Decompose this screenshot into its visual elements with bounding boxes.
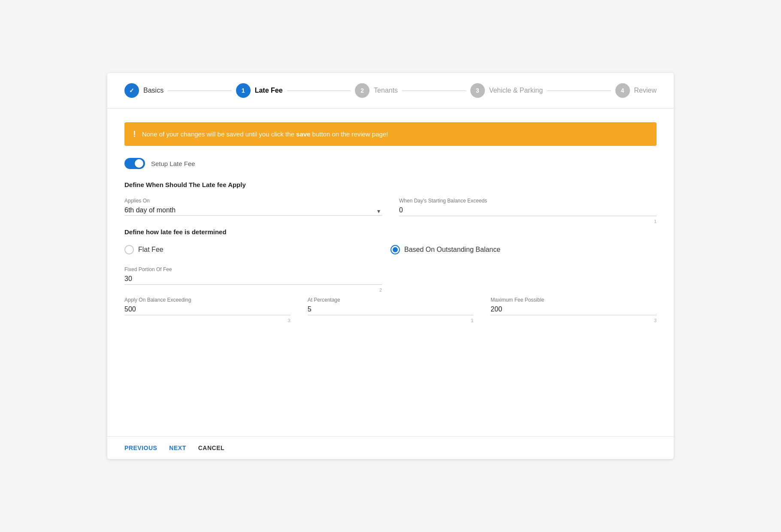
- at-percentage-input[interactable]: [308, 305, 474, 315]
- max-fee-label: Maximum Fee Possible: [490, 297, 657, 303]
- step-tenants: 2 Tenants: [355, 83, 398, 98]
- section2-title: Define how late fee is determined: [124, 228, 657, 236]
- step-late-fee: 1 Late Fee: [236, 83, 283, 98]
- fixed-portion-placeholder: [399, 266, 657, 285]
- step-vehicle-label: Vehicle & Parking: [489, 87, 543, 94]
- at-percentage-label: At Percentage: [308, 297, 474, 303]
- main-card: ✓ Basics 1 Late Fee 2 Tenants 3 Vehicle …: [107, 73, 674, 459]
- balance-exceeds-hint: 1: [654, 219, 657, 224]
- warning-text-before: None of your changes will be saved until…: [142, 130, 296, 138]
- step-late-fee-circle: 1: [236, 83, 251, 98]
- step-connector-3: [402, 91, 466, 91]
- radio-flat-fee[interactable]: Flat Fee: [124, 245, 390, 254]
- toggle-label: Setup Late Fee: [151, 160, 195, 167]
- max-fee-hint: 3: [654, 318, 657, 323]
- fixed-portion-label: Fixed Portion Of Fee: [124, 266, 382, 272]
- section1-title: Define When Should The Late fee Apply: [124, 181, 657, 188]
- step-connector-1: [168, 91, 232, 91]
- bottom-fields-row: Apply On Balance Exceeding 3 At Percenta…: [124, 297, 657, 315]
- footer: PREVIOUS NEXT CANCEL: [107, 436, 674, 459]
- apply-balance-label: Apply On Balance Exceeding: [124, 297, 291, 303]
- setup-late-fee-toggle-row: Setup Late Fee: [124, 158, 657, 169]
- next-button[interactable]: NEXT: [169, 444, 186, 451]
- at-percentage-field: At Percentage 1: [308, 297, 474, 315]
- step-tenants-label: Tenants: [374, 87, 398, 94]
- step-basics: ✓ Basics: [124, 83, 163, 98]
- applies-on-label: Applies On: [124, 198, 382, 204]
- radio-based-on-balance[interactable]: Based On Outstanding Balance: [390, 245, 657, 254]
- step-basics-label: Basics: [143, 87, 163, 94]
- balance-exceeds-field: When Day's Starting Balance Exceeds 1: [399, 198, 657, 216]
- cancel-button[interactable]: CANCEL: [198, 444, 224, 451]
- section1-form-row: Applies On 6th day of month ▾ When Day's…: [124, 198, 657, 216]
- max-fee-input[interactable]: [490, 305, 657, 315]
- step-tenants-circle: 2: [355, 83, 369, 98]
- balance-exceeds-input[interactable]: [399, 206, 657, 216]
- radio-balance-circle: [390, 245, 400, 254]
- step-connector-2: [287, 91, 351, 91]
- radio-flat-fee-label: Flat Fee: [138, 246, 163, 254]
- stepper: ✓ Basics 1 Late Fee 2 Tenants 3 Vehicle …: [107, 73, 674, 109]
- radio-balance-dot: [393, 247, 398, 252]
- fixed-portion-input[interactable]: [124, 275, 382, 285]
- radio-balance-label: Based On Outstanding Balance: [404, 246, 500, 254]
- step-vehicle-circle: 3: [470, 83, 485, 98]
- radio-row: Flat Fee Based On Outstanding Balance: [124, 245, 657, 254]
- applies-on-select-wrapper: 6th day of month ▾: [124, 206, 382, 216]
- applies-on-field: Applies On 6th day of month ▾: [124, 198, 382, 216]
- toggle-track: [124, 158, 145, 169]
- warning-text-after: button on the review page!: [310, 130, 388, 138]
- step-review-label: Review: [634, 87, 657, 94]
- step-vehicle-parking: 3 Vehicle & Parking: [470, 83, 543, 98]
- applies-on-select[interactable]: 6th day of month: [124, 206, 382, 216]
- step-connector-4: [547, 91, 611, 91]
- max-fee-field: Maximum Fee Possible 3: [490, 297, 657, 315]
- apply-balance-hint: 3: [288, 318, 291, 323]
- warning-icon: !: [133, 129, 136, 139]
- fixed-portion-field: Fixed Portion Of Fee 2: [124, 266, 382, 285]
- warning-text: None of your changes will be saved until…: [142, 130, 388, 138]
- balance-exceeds-label: When Day's Starting Balance Exceeds: [399, 198, 657, 204]
- warning-text-bold: save: [296, 130, 310, 138]
- step-review: 4 Review: [615, 83, 657, 98]
- apply-balance-input[interactable]: [124, 305, 291, 315]
- apply-balance-field: Apply On Balance Exceeding 3: [124, 297, 291, 315]
- warning-banner: ! None of your changes will be saved unt…: [124, 122, 657, 146]
- at-percentage-hint: 1: [471, 318, 473, 323]
- main-content: ! None of your changes will be saved unt…: [107, 109, 674, 436]
- fixed-portion-hint: 2: [379, 287, 382, 293]
- radio-flat-fee-circle: [124, 245, 134, 254]
- step-late-fee-label: Late Fee: [255, 87, 283, 94]
- previous-button[interactable]: PREVIOUS: [124, 444, 157, 451]
- step-basics-circle: ✓: [124, 83, 139, 98]
- fixed-portion-row: Fixed Portion Of Fee 2: [124, 266, 657, 285]
- step-review-circle: 4: [615, 83, 630, 98]
- setup-late-fee-toggle[interactable]: [124, 158, 145, 169]
- toggle-thumb: [135, 159, 143, 168]
